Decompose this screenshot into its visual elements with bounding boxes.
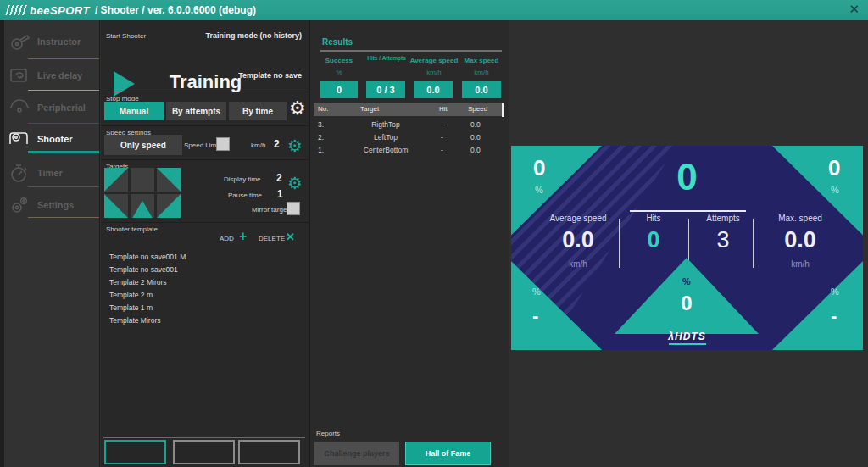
template-slot-1[interactable] <box>104 440 166 464</box>
start-shooter-label: Start Shooter <box>106 32 146 40</box>
scoreboard-diamond: 0 Average speed 0.0 km/h Hits 0 Attempts… <box>511 146 863 350</box>
stop-mode-gear-icon[interactable]: ⚙ <box>289 100 306 117</box>
sidebar-item-peripherial[interactable]: Peripherial <box>4 95 100 120</box>
speed-unit-label: km/h <box>251 142 265 149</box>
target-cell-center-bottom[interactable] <box>131 194 154 218</box>
results-panel: Results Success % Hits / Attempts Averag… <box>310 20 509 467</box>
mirror-target-label: Mirror target <box>252 206 289 214</box>
max-speed-label: Max. speed <box>754 214 847 223</box>
max-speed-value: 0.0 <box>462 81 501 98</box>
divider <box>320 50 502 52</box>
template-note: Template no save <box>238 71 302 80</box>
triangle-percent-label: % <box>615 276 759 286</box>
only-speed-button[interactable]: Only speed <box>104 135 182 155</box>
template-list-item[interactable]: Template 1 m <box>109 303 153 312</box>
template-list-item[interactable]: Template 2 m <box>109 291 153 299</box>
sidebar-item-settings[interactable]: Settings <box>4 192 100 218</box>
display-time-label: Display time <box>224 175 261 183</box>
active-underline <box>28 151 99 153</box>
titlebar: beeSPORT / Shooter / ver. 6.0.0.6000 (de… <box>0 0 868 20</box>
speed-gear-icon[interactable]: ⚙ <box>287 137 303 154</box>
divider <box>101 159 310 160</box>
stop-mode-manual-button[interactable]: Manual <box>104 102 164 120</box>
hdts-logo-underline <box>669 343 706 345</box>
divider <box>28 186 99 187</box>
corner-bottom-left-value: - <box>532 305 538 327</box>
divider <box>630 210 746 212</box>
triangle-value: 0 <box>615 292 759 315</box>
col-speed: Speed <box>468 105 487 113</box>
sidebar-item-instructor[interactable]: Instructor <box>4 29 100 54</box>
delete-label[interactable]: DELETE <box>259 235 285 242</box>
scoreboard: 0 Average speed 0.0 km/h Hits 0 Attempts… <box>511 146 863 350</box>
brand-stripes-icon <box>5 5 29 15</box>
target-cell-right-top[interactable] <box>157 168 181 192</box>
average-speed-header: Average speed <box>409 57 459 64</box>
template-slot-3[interactable] <box>238 440 300 464</box>
divider <box>103 437 305 438</box>
stopwatch-icon <box>7 162 32 184</box>
score-triangle: % 0 <box>615 258 759 334</box>
training-mode-note: Training mode (no history) <box>205 31 302 40</box>
mirror-target-checkbox[interactable] <box>287 202 300 215</box>
speed-limit-checkbox[interactable] <box>216 137 230 151</box>
reports-label: Reports <box>316 430 340 437</box>
close-icon[interactable]: ✕ <box>849 2 860 17</box>
table-scrollbar[interactable] <box>502 103 504 117</box>
challenge-players-button[interactable]: Challenge players <box>314 442 399 465</box>
add-icon[interactable]: + <box>239 229 247 244</box>
speed-limit-label: Speed Limit <box>184 142 220 149</box>
gears-icon <box>7 194 32 216</box>
template-list-item[interactable]: Template no save001 <box>109 265 178 274</box>
success-header: Success <box>314 57 364 64</box>
sidebar-item-live-delay[interactable]: Live delay <box>4 63 100 88</box>
target-cell-left-bottom[interactable] <box>104 194 128 218</box>
max-speed-header: Max speed <box>456 57 507 64</box>
delete-icon[interactable]: ✕ <box>286 231 295 243</box>
target-cell-center-top[interactable] <box>131 168 154 192</box>
sidebar: Instructor Live delay Peripherial Shoote… <box>0 20 100 467</box>
sidebar-item-shooter[interactable]: Shooter <box>4 126 100 152</box>
divider <box>101 92 310 92</box>
corner-top-left-unit: % <box>535 185 543 195</box>
targets-gear-icon[interactable]: ⚙ <box>287 175 303 192</box>
divider <box>101 125 310 126</box>
whistle-icon <box>7 31 32 53</box>
corner-top-right-value: 0 <box>828 155 840 181</box>
runner-icon: λ <box>668 331 675 342</box>
table-row[interactable]: 2. LeftTop - 0.0 <box>314 131 504 144</box>
corner-top-right-unit: % <box>831 185 839 195</box>
template-slot-2[interactable] <box>173 440 235 464</box>
divider <box>28 123 99 124</box>
headset-icon <box>7 97 32 119</box>
corner-bottom-right-value: - <box>831 305 837 327</box>
template-list-item[interactable]: Template no save001 M <box>109 253 186 261</box>
template-list-item[interactable]: Template Mirors <box>109 316 160 325</box>
shooter-template-label: Shooter template <box>106 225 158 233</box>
results-table-header: No. Target Hit Speed <box>314 103 504 116</box>
brand-logo: beeSPORT <box>30 4 90 17</box>
shooter-config-panel: Start Shooter Training mode (no history)… <box>101 20 310 467</box>
shooter-device-icon <box>7 128 32 150</box>
replay-hand-icon <box>7 64 32 86</box>
score-main-value: 0 <box>511 158 863 197</box>
hall-of-fame-button[interactable]: Hall of Fame <box>405 442 491 465</box>
target-cell-left-top[interactable] <box>104 168 128 192</box>
target-cell-right-bottom[interactable] <box>157 194 181 218</box>
sidebar-item-timer[interactable]: Timer <box>4 160 100 186</box>
window-title: / Shooter / ver. 6.0.0.6000 (debug) <box>95 4 256 16</box>
template-list-item[interactable]: Template 2 Mirors <box>109 278 167 286</box>
col-target: Target <box>360 105 379 113</box>
pause-time-label: Pause time <box>228 192 262 199</box>
add-label[interactable]: ADD <box>220 235 234 242</box>
average-speed-value: 0.0 <box>414 81 453 98</box>
corner-top-left-value: 0 <box>533 155 545 181</box>
divider <box>28 58 99 59</box>
table-row[interactable]: 1. CenterBottom - 0.0 <box>314 144 504 157</box>
table-row[interactable]: 3. RigthTop - 0.0 <box>314 119 504 131</box>
divider <box>28 90 99 91</box>
average-speed-unit: km/h <box>409 69 459 76</box>
pause-time-value: 1 <box>277 188 283 200</box>
stop-mode-by-time-button[interactable]: By time <box>229 102 287 120</box>
stop-mode-by-attempts-button[interactable]: By attempts <box>166 102 226 120</box>
